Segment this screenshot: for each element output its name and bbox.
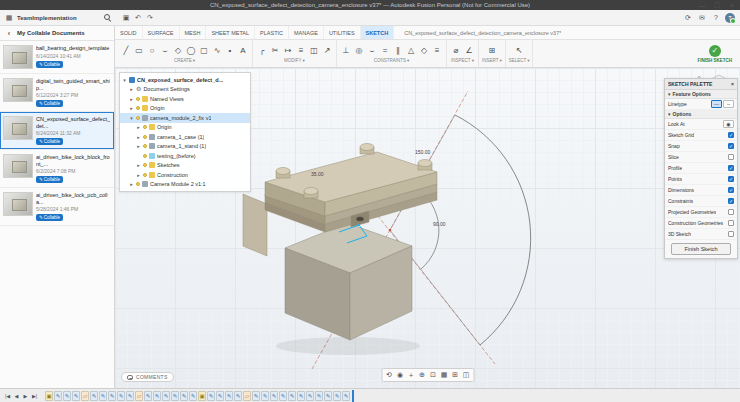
timeline-feature-sketch[interactable]: ✎ [261,391,269,401]
palette-checkbox[interactable]: ✓ [728,187,734,193]
timeline-feature-sketch[interactable]: ✎ [180,391,188,401]
feature-options-section-header[interactable]: ▾ Feature Options [665,90,737,99]
palette-checkbox[interactable] [728,154,734,160]
visibility-bulb-icon[interactable] [136,182,140,186]
timeline-feature-sketch[interactable]: ✎ [153,391,161,401]
document-badge[interactable]: ✎Collable [36,176,63,183]
orbit-icon[interactable]: ⟲ [384,370,394,380]
toolbar-group-label[interactable]: CREATE▾ [174,58,195,63]
help-icon[interactable]: ? [711,13,721,23]
tab-manage[interactable]: MANAGE [289,26,324,39]
chevron-right-icon[interactable]: ▸ [129,86,134,92]
chevron-right-icon[interactable]: ▸ [129,181,134,187]
angle-icon[interactable]: ∠ [463,45,475,57]
trim-icon[interactable]: ✂ [269,45,281,57]
palette-checkbox[interactable]: ✓ [728,143,734,149]
line-icon[interactable]: ╱ [120,45,132,57]
fillet-icon[interactable]: ╭ [256,45,268,57]
chevron-down-icon[interactable]: ▾ [129,115,134,121]
extend-icon[interactable]: ↦ [282,45,294,57]
timeline-feature-sketch[interactable]: ✎ [72,391,80,401]
document-card[interactable]: CN_exposed_surface_defect_det...6/24/202… [0,112,114,150]
browser-tree-row[interactable]: ▸camera_1_case (1) [120,132,250,142]
timeline-feature-sketch[interactable]: ✎ [306,391,314,401]
tab-utilities[interactable]: UTILITIES [324,26,361,39]
chevron-right-icon[interactable]: ▸ [129,105,134,111]
toolbar-group-label[interactable]: MODIFY▾ [284,58,305,63]
apps-grid-icon[interactable]: ▦ [4,13,14,23]
equal-icon[interactable]: = [379,45,391,57]
linetype-normal-button[interactable]: — [711,100,722,108]
document-badge[interactable]: ✎Collable [36,138,63,145]
timeline-feature-sketch[interactable]: ✎ [324,391,332,401]
avatar[interactable]: T [725,13,735,23]
fit-view-icon[interactable]: ⊡ [428,370,438,380]
palette-checkbox[interactable] [728,220,734,226]
browser-tree-row[interactable]: ▸Sketches [120,161,250,171]
sync-icon[interactable]: ⟳ [683,13,693,23]
timeline-feature-sketch[interactable]: ✎ [252,391,260,401]
look-at-icon[interactable]: ◉ [723,120,734,128]
visibility-bulb-icon[interactable] [136,116,140,120]
timeline-feature-sketch[interactable]: ✎ [108,391,116,401]
redo-icon[interactable]: ↷ [145,13,155,23]
midpoint-icon[interactable]: △ [405,45,417,57]
dimension-label[interactable]: 150.00 [415,149,431,155]
timeline-feature-component[interactable]: ▣ [45,391,53,401]
visibility-bulb-icon[interactable] [143,144,147,148]
timeline-feature-sketch[interactable]: ✎ [297,391,305,401]
document-card[interactable]: ai_driven_bike_lock_block_front_...6/2/2… [0,150,114,188]
timeline-position-marker[interactable] [352,390,354,402]
text-icon[interactable]: A [237,45,249,57]
browser-tree-row[interactable]: ▸Origin [120,123,250,133]
document-title[interactable]: CN_exposed_surface_defect_detection_came… [404,30,561,36]
timeline-feature-sketch[interactable]: ✎ [342,391,350,401]
tab-solid[interactable]: SOLID [115,26,143,39]
timeline-feature-sketch[interactable]: ✎ [288,391,296,401]
document-card[interactable]: ai_driven_bike_lock_pcb_colla...5/28/202… [0,188,114,226]
close-icon[interactable]: × [731,81,734,87]
timeline-feature-sketch[interactable]: ✎ [234,391,242,401]
timeline-feature-sketch[interactable]: ✎ [63,391,71,401]
parallel-icon[interactable]: ∥ [392,45,404,57]
palette-checkbox[interactable]: ✓ [728,176,734,182]
inbox-icon[interactable]: ✉ [697,13,707,23]
timeline-feature-sketch[interactable]: ✎ [144,391,152,401]
step-back-icon[interactable]: ◀ [12,391,21,401]
go-to-start-icon[interactable]: |◀ [3,391,12,401]
visibility-bulb-icon[interactable] [143,154,147,158]
grid-settings-icon[interactable]: ⊞ [450,370,460,380]
spline-icon[interactable]: ∿ [211,45,223,57]
slot-icon[interactable]: ▢ [198,45,210,57]
visibility-bulb-icon[interactable] [136,106,140,110]
browser-tree-row[interactable]: ▸Origin [120,104,250,114]
tab-mesh[interactable]: MESH [180,26,207,39]
toolbar-group-label[interactable]: INSERT▾ [482,58,502,63]
tab-sheet-metal[interactable]: SHEET METAL [206,26,255,39]
dimension-label[interactable]: 35.00 [311,171,324,177]
offset-icon[interactable]: ≡ [295,45,307,57]
collinear-icon[interactable]: ≡ [431,45,443,57]
timeline-feature-sketch[interactable]: ✎ [315,391,323,401]
palette-checkbox[interactable] [728,209,734,215]
chevron-right-icon[interactable]: ▸ [136,172,141,178]
pan-icon[interactable]: + [406,370,416,380]
browser-tree-row[interactable]: ▸Construction [120,170,250,180]
point-icon[interactable]: • [224,45,236,57]
model-box-body[interactable] [285,223,412,340]
browser-tree-row[interactable]: ▾CN_exposed_surface_defect_d... [120,75,250,85]
window-maximize-icon[interactable]: ▢ [712,0,722,10]
undo-icon[interactable]: ↶ [133,13,143,23]
back-icon[interactable]: ‹ [4,28,14,38]
timeline-feature-sketch[interactable]: ✎ [171,391,179,401]
browser-tree-row[interactable]: ▸camera_1_stand (1) [120,142,250,152]
options-section-header[interactable]: ▾ Options [665,110,737,119]
model-canvas[interactable]: 90.00150.0035.00 ▾CN_exposed_surface_def… [115,68,740,388]
finish-sketch-palette-button[interactable]: Finish Sketch [671,243,731,255]
save-icon[interactable]: ▣ [121,13,131,23]
browser-tree-row[interactable]: ▸Named Views [120,94,250,104]
browser-tree-row[interactable]: ▸Camera Module 2 v1:1 [120,180,250,190]
toolbar-group-label[interactable]: INSPECT▾ [451,58,474,63]
tab-sketch[interactable]: SKETCH [361,26,395,39]
document-card[interactable]: ball_bearing_design_template6/14/2024 10… [0,41,114,74]
